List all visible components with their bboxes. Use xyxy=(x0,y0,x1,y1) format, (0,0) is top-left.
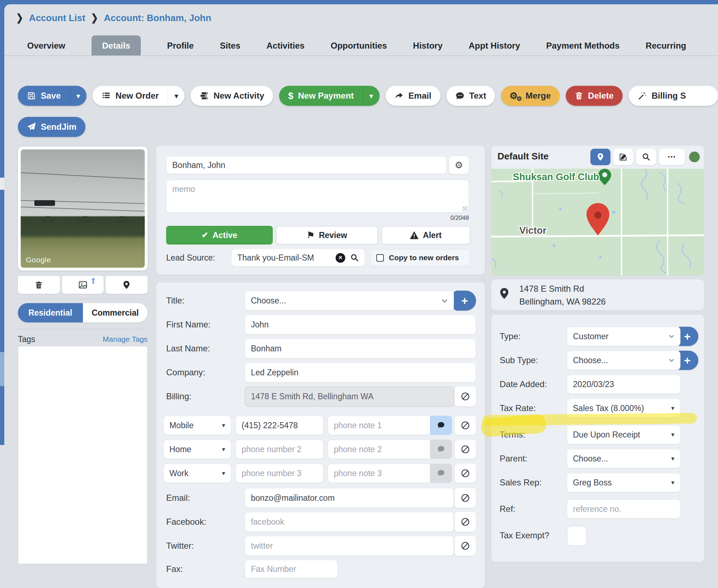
email-input[interactable] xyxy=(245,488,454,508)
clear-phone-button-3[interactable] xyxy=(455,464,476,483)
save-dropdown-caret[interactable]: ▾ xyxy=(70,86,86,106)
phone-sms-addon-3[interactable] xyxy=(430,464,452,483)
breadcrumb-current-account[interactable]: Account: Bonham, John xyxy=(104,13,211,24)
phone-type-select-3[interactable]: Work ▾ xyxy=(163,464,231,483)
clear-twitter-button[interactable] xyxy=(455,536,476,556)
new-activity-button[interactable]: New Activity xyxy=(190,86,273,106)
tax-rate-select[interactable]: Sales Tax (8.000%) ▾ xyxy=(567,399,680,418)
tax-exempt-checkbox[interactable] xyxy=(567,526,587,546)
facebook-input[interactable] xyxy=(245,512,454,532)
type-select[interactable]: Customer xyxy=(567,327,680,346)
phone-sms-addon-1[interactable] xyxy=(430,416,452,435)
tab-profile[interactable]: Profile xyxy=(167,35,194,56)
first-name-input[interactable] xyxy=(245,315,476,335)
sendjim-button[interactable]: SendJim xyxy=(18,117,85,137)
new-order-dropdown-caret[interactable]: ▾ xyxy=(168,86,184,106)
tab-payment-methods[interactable]: Payment Methods xyxy=(546,35,619,56)
parent-select[interactable]: Choose... ▾ xyxy=(567,449,680,468)
sub-type-select[interactable]: Choose... xyxy=(567,351,680,370)
tab-appt-history[interactable]: Appt History xyxy=(469,35,520,56)
last-name-input[interactable] xyxy=(245,339,476,359)
new-order-button[interactable]: New Order ▾ xyxy=(93,86,184,106)
delete-button[interactable]: Delete xyxy=(566,86,623,106)
site-edit-button[interactable] xyxy=(613,149,633,165)
copy-checkbox-box[interactable] xyxy=(376,254,384,262)
ban-icon xyxy=(461,541,470,550)
clear-email-button[interactable] xyxy=(455,488,476,508)
phone-sms-addon-2[interactable] xyxy=(430,440,452,459)
phone-number-input-1[interactable] xyxy=(236,416,323,435)
clear-facebook-button[interactable] xyxy=(455,512,476,532)
twitter-input[interactable] xyxy=(245,536,454,556)
left-edge-lower xyxy=(0,445,4,588)
tab-details[interactable]: Details xyxy=(91,35,141,56)
contact-details-card: Title: + Choose... First Name: Last Name… xyxy=(156,282,485,588)
site-map-button[interactable] xyxy=(590,149,610,165)
site-more-button[interactable]: ••• xyxy=(659,149,685,165)
tab-activities[interactable]: Activities xyxy=(267,35,305,56)
status-active-button[interactable]: ✔ Active xyxy=(166,226,273,244)
site-address-card[interactable]: 1478 E Smith Rd Bellingham, WA 98226 xyxy=(491,280,704,310)
phone-number-input-3[interactable] xyxy=(236,464,323,483)
tab-history[interactable]: History xyxy=(413,35,443,56)
phone-note-input-3[interactable] xyxy=(328,464,430,483)
search-icon[interactable] xyxy=(350,253,359,262)
delete-photo-button[interactable] xyxy=(18,276,60,294)
date-added-input[interactable] xyxy=(567,375,680,394)
manage-tags-link[interactable]: Manage Tags xyxy=(103,335,148,344)
status-alert-button[interactable]: Alert xyxy=(381,226,470,244)
photo-action-row xyxy=(18,276,148,294)
memo-resize-handle[interactable] xyxy=(462,206,467,211)
text-button[interactable]: Text xyxy=(446,86,495,106)
clear-lead-source-icon[interactable]: ✕ xyxy=(336,253,345,263)
company-input[interactable] xyxy=(245,362,476,382)
billing-statement-button[interactable]: Billing S xyxy=(629,86,718,106)
phone-note-input-1[interactable] xyxy=(328,416,430,435)
save-button[interactable]: Save ▾ xyxy=(18,86,86,106)
fax-input[interactable] xyxy=(245,560,338,578)
add-title-button[interactable]: + xyxy=(453,291,476,311)
phone-note-input-2[interactable] xyxy=(328,440,430,459)
breadcrumb-account-list[interactable]: Account List xyxy=(29,13,85,24)
memo-textarea[interactable] xyxy=(166,180,469,213)
name-settings-button[interactable]: ⚙ xyxy=(449,156,469,174)
terms-select[interactable]: Due Upon Receipt ▾ xyxy=(567,425,680,444)
site-map[interactable]: Shuksan Golf Club Victor xyxy=(491,169,704,275)
tab-opportunities[interactable]: Opportunities xyxy=(331,35,387,56)
upload-photo-button[interactable] xyxy=(62,276,104,294)
copy-to-new-orders-checkbox[interactable]: Copy to new orders xyxy=(370,249,470,266)
tab-recurring[interactable]: Recurring xyxy=(646,35,686,56)
residential-toggle[interactable]: Residential xyxy=(18,303,83,322)
ref-input[interactable] xyxy=(567,499,680,519)
merge-button[interactable]: ⚙ ⚙ Merge xyxy=(501,86,560,106)
lead-source-value: Thank you-Email-SM xyxy=(237,253,331,263)
site-search-button[interactable] xyxy=(636,149,656,165)
title-select[interactable]: Choose... xyxy=(245,291,454,311)
new-payment-button[interactable]: $ New Payment ▾ xyxy=(279,86,380,106)
billing-address-input xyxy=(245,386,454,406)
left-edge-scroll-segment[interactable] xyxy=(0,352,4,386)
sub-type-label: Sub Type: xyxy=(500,351,538,370)
flag-icon: ⚑ xyxy=(307,230,315,240)
email-button[interactable]: Email xyxy=(386,86,440,106)
clear-phone-button-2[interactable] xyxy=(455,440,476,459)
first-name-label: First Name: xyxy=(166,315,211,335)
photo-location-button[interactable] xyxy=(105,276,148,294)
commercial-toggle[interactable]: Commercial xyxy=(83,303,148,322)
lead-source-field[interactable]: Thank you-Email-SM ✕ xyxy=(232,249,365,266)
tab-overview[interactable]: Overview xyxy=(27,35,65,56)
sales-rep-select[interactable]: Greg Boss ▾ xyxy=(567,473,680,492)
clear-billing-button[interactable] xyxy=(455,386,476,406)
site-photo-card[interactable]: Google xyxy=(18,147,148,271)
phone-number-input-2[interactable] xyxy=(236,440,323,459)
tags-box[interactable] xyxy=(18,346,148,564)
chevron-down-icon xyxy=(441,299,448,303)
tab-sites[interactable]: Sites xyxy=(220,35,240,56)
phone-type-select-2[interactable]: Home ▾ xyxy=(163,440,231,459)
chat-bubble-icon xyxy=(455,91,465,100)
status-review-button[interactable]: ⚑ Review xyxy=(276,226,378,244)
new-payment-dropdown-caret[interactable]: ▾ xyxy=(363,86,380,106)
display-name-input[interactable] xyxy=(166,156,447,174)
phone-type-select-1[interactable]: Mobile ▾ xyxy=(163,416,231,435)
clear-phone-button-1[interactable] xyxy=(455,416,476,435)
